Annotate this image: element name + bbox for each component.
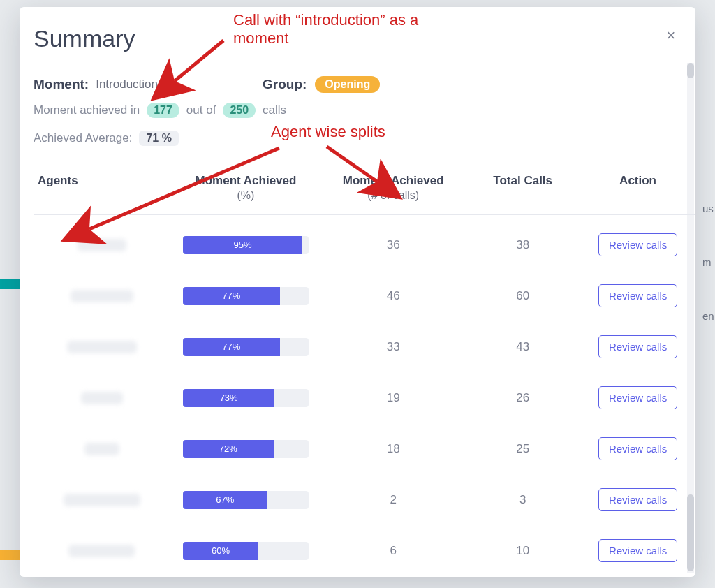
total-calls-cell: 43: [465, 321, 580, 372]
progress-bar: 95%: [183, 236, 309, 254]
pct-cell: 73%: [170, 372, 321, 423]
moment-group-row: Moment: Introduction Group: Opening: [34, 76, 695, 93]
close-button[interactable]: ×: [662, 27, 680, 45]
progress-bar-fill: 60%: [183, 542, 258, 560]
achieved-count-cell: 36: [321, 215, 465, 271]
group-label: Group:: [263, 77, 307, 92]
total-calls-cell: 10: [465, 525, 580, 576]
avg-value-badge: 71 %: [139, 131, 178, 146]
pct-cell: 77%: [170, 270, 321, 321]
agent-name-cell: [34, 321, 170, 372]
group-badge: Opening: [315, 76, 380, 93]
total-calls-cell: 60: [465, 270, 580, 321]
table-row: 95%3638Review calls: [34, 215, 695, 271]
col-num: Moment Achieved (# of calls): [321, 167, 465, 215]
progress-bar: 72%: [183, 440, 309, 458]
agent-name-cell: [34, 525, 170, 576]
background-accent-yellow: [0, 550, 20, 560]
table-row: 77%4660Review calls: [34, 270, 695, 321]
review-calls-button[interactable]: Review calls: [598, 386, 677, 409]
progress-bar: 67%: [183, 491, 309, 509]
agent-name-redacted: [68, 545, 135, 557]
achieved-average-row: Achieved Average: 71 %: [34, 131, 695, 146]
moment-label: Moment:: [34, 77, 89, 92]
agent-name-redacted: [78, 239, 126, 251]
review-calls-button[interactable]: Review calls: [598, 335, 677, 358]
table-row: 73%1926Review calls: [34, 372, 695, 423]
achieved-count-cell: 46: [321, 270, 465, 321]
total-calls-cell: 26: [465, 372, 580, 423]
agent-name-redacted: [84, 443, 119, 455]
progress-bar-fill: 77%: [183, 338, 280, 356]
action-cell: Review calls: [580, 474, 695, 525]
moment-value: Introduction: [96, 78, 158, 91]
achieved-summary-row: Moment achieved in 177 out of 250 calls: [34, 103, 695, 118]
pct-cell: 67%: [170, 474, 321, 525]
achieved-count-cell: 2: [321, 474, 465, 525]
total-calls-cell: 25: [465, 423, 580, 474]
achieved-count-badge: 177: [147, 103, 179, 118]
table-header-row: Agents Moment Achieved (%) Moment Achiev…: [34, 167, 695, 215]
col-pct-sub: (%): [175, 189, 317, 202]
pct-cell: 72%: [170, 423, 321, 474]
avg-label: Achieved Average:: [34, 131, 132, 145]
agent-name-cell: [34, 270, 170, 321]
agent-name-redacted: [81, 392, 123, 404]
col-pct-label: Moment Achieved: [196, 174, 297, 187]
col-num-sub: (# of calls): [325, 189, 461, 202]
col-action: Action: [580, 167, 695, 215]
achieved-count-cell: 33: [321, 321, 465, 372]
col-total: Total Calls: [465, 167, 580, 215]
agent-name-cell: [34, 372, 170, 423]
achieved-prefix: Moment achieved in: [34, 103, 140, 117]
progress-bar-fill: 77%: [183, 287, 280, 305]
review-calls-button[interactable]: Review calls: [598, 488, 677, 511]
agent-name-redacted: [64, 494, 140, 506]
review-calls-button[interactable]: Review calls: [598, 284, 677, 307]
agent-name-cell: [34, 423, 170, 474]
summary-modal: × Summary Moment: Introduction Group: Op…: [20, 7, 695, 577]
achieved-count-cell: 6: [321, 525, 465, 576]
agent-name-redacted: [71, 290, 133, 302]
background-accent-teal: [0, 279, 20, 289]
page-title: Summary: [34, 25, 695, 52]
action-cell: Review calls: [580, 215, 695, 271]
action-cell: Review calls: [580, 270, 695, 321]
progress-bar: 60%: [183, 542, 309, 560]
action-cell: Review calls: [580, 423, 695, 474]
achieved-suffix: calls: [263, 103, 286, 117]
table-row: 77%3343Review calls: [34, 321, 695, 372]
table-row: 67%23Review calls: [34, 474, 695, 525]
achieved-count-cell: 18: [321, 423, 465, 474]
progress-bar-fill: 73%: [183, 389, 274, 407]
progress-bar-fill: 72%: [183, 440, 274, 458]
progress-bar-fill: 67%: [183, 491, 267, 509]
total-calls-cell: 3: [465, 474, 580, 525]
table-row: 72%1825Review calls: [34, 423, 695, 474]
action-cell: Review calls: [580, 321, 695, 372]
review-calls-button[interactable]: Review calls: [598, 233, 677, 256]
agent-name-cell: [34, 215, 170, 271]
progress-bar: 77%: [183, 338, 309, 356]
review-calls-button[interactable]: Review calls: [598, 437, 677, 460]
total-calls-cell: 38: [465, 215, 580, 271]
agent-name-redacted: [67, 341, 137, 353]
col-pct: Moment Achieved (%): [170, 167, 321, 215]
col-agents: Agents: [34, 167, 170, 215]
action-cell: Review calls: [580, 372, 695, 423]
review-calls-button[interactable]: Review calls: [598, 539, 677, 562]
action-cell: Review calls: [580, 525, 695, 576]
pct-cell: 77%: [170, 321, 321, 372]
modal-scroll-area: × Summary Moment: Introduction Group: Op…: [20, 7, 695, 577]
progress-bar: 77%: [183, 287, 309, 305]
progress-bar: 73%: [183, 389, 309, 407]
achieved-total-badge: 250: [223, 103, 256, 118]
close-icon: ×: [667, 27, 676, 44]
achieved-count-cell: 19: [321, 372, 465, 423]
agents-table: Agents Moment Achieved (%) Moment Achiev…: [34, 167, 695, 576]
progress-bar-fill: 95%: [183, 236, 302, 254]
background-page-fragment: usmen: [702, 203, 715, 322]
col-num-label: Moment Achieved: [343, 174, 444, 187]
pct-cell: 60%: [170, 525, 321, 576]
achieved-mid: out of: [186, 103, 216, 117]
